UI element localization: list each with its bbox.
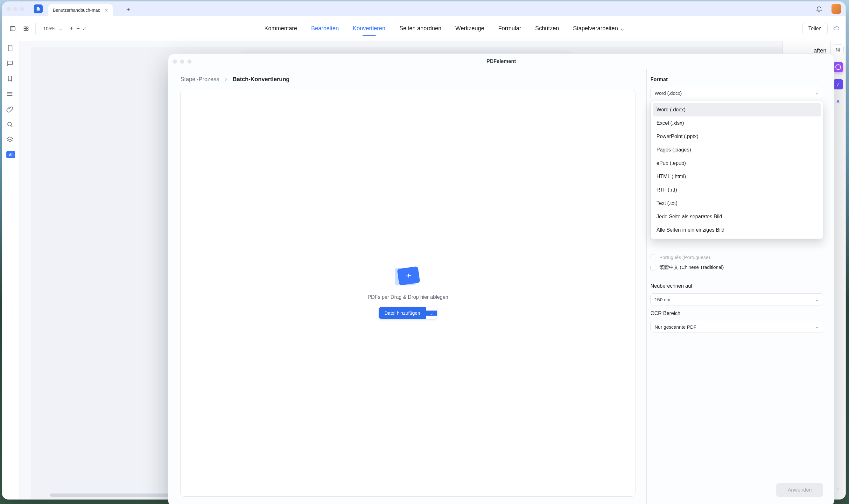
- zoom-window-dot[interactable]: [20, 7, 24, 11]
- apply-button[interactable]: Anwenden: [776, 483, 823, 497]
- menu-batch-label: Stapelverarbeiten: [573, 25, 618, 32]
- close-window-dot[interactable]: [7, 7, 11, 11]
- fit-page-icon[interactable]: ⤢: [83, 26, 87, 31]
- search-icon[interactable]: [6, 121, 16, 130]
- layers-icon[interactable]: [6, 136, 16, 145]
- chevron-down-icon: ⌄: [815, 296, 819, 302]
- list-icon[interactable]: [6, 90, 16, 100]
- minimize-window-dot[interactable]: [13, 7, 18, 11]
- svg-rect-1: [24, 27, 26, 28]
- dpi-label: Neuberechnen auf: [650, 283, 823, 289]
- breadcrumb-root[interactable]: Stapel-Prozess: [180, 76, 219, 83]
- format-dropdown-menu[interactable]: Word (.docx) Excel (.xlsx) PowerPoint (.…: [650, 101, 823, 239]
- format-option-rtf[interactable]: RTF (.rtf): [653, 183, 821, 197]
- zoom-value: 105%: [41, 26, 57, 31]
- add-file-split-button[interactable]: Datei hinzufügen ⌄: [379, 307, 437, 319]
- toolbar: 105% ⌄ + − ⤢ Kommentare Bearbeiten Konve…: [2, 16, 846, 41]
- format-option-image-per-page[interactable]: Jede Seite als separates Bild: [653, 210, 821, 223]
- add-file-button[interactable]: Datei hinzufügen: [379, 307, 426, 319]
- chevron-down-icon: ⌄: [58, 26, 63, 32]
- dialog-titlebar: PDFelement: [168, 54, 834, 69]
- chevron-down-icon: ⌄: [620, 25, 625, 32]
- avatar[interactable]: [831, 4, 841, 14]
- chevron-down-icon: ⌄: [815, 90, 819, 96]
- chevron-down-icon: ⌄: [815, 324, 819, 330]
- page-icon[interactable]: [6, 44, 16, 54]
- checkbox-icon[interactable]: [650, 265, 656, 270]
- menu-protect[interactable]: Schützen: [535, 23, 560, 34]
- language-checkbox-chinese-traditional[interactable]: 繁體中文 (Chinese Traditional): [650, 265, 823, 270]
- menu-tools[interactable]: Werkzeuge: [455, 23, 485, 34]
- document-tab[interactable]: Benutzerhandbuch-mac ✕: [48, 4, 113, 16]
- new-tab-button[interactable]: ＋: [123, 3, 134, 14]
- svg-point-6: [836, 48, 837, 49]
- app-logo-icon: [34, 4, 43, 13]
- svg-point-8: [839, 48, 840, 49]
- menu-convert[interactable]: Konvertieren: [352, 23, 386, 34]
- bookmark-icon[interactable]: [6, 75, 16, 84]
- format-option-docx[interactable]: Word (.docx): [653, 103, 821, 116]
- translate-icon[interactable]: A: [833, 96, 843, 107]
- format-option-pptx[interactable]: PowerPoint (.pptx): [653, 130, 821, 143]
- svg-rect-3: [24, 29, 26, 30]
- zoom-in-button[interactable]: +: [70, 25, 73, 32]
- dpi-select[interactable]: 150 dpi ⌄: [650, 293, 823, 305]
- main-menu-bar: Kommentare Bearbeiten Konvertieren Seite…: [91, 23, 798, 34]
- thumbnail-grid-icon[interactable]: [21, 23, 32, 34]
- breadcrumb-current: Batch-Konvertierung: [233, 76, 290, 83]
- menu-organize-pages[interactable]: Seiten anordnen: [399, 23, 442, 34]
- menu-comments[interactable]: Kommentare: [264, 23, 298, 34]
- language-checkbox-portuguese[interactable]: Português (Portuguese): [650, 254, 823, 260]
- left-sidebar: AI: [2, 41, 19, 499]
- dpi-select-value: 150 dpi: [654, 297, 670, 302]
- menu-edit[interactable]: Bearbeiten: [311, 23, 340, 34]
- format-option-epub[interactable]: ePub (.epub): [653, 157, 821, 170]
- dialog-title: PDFelement: [168, 54, 834, 69]
- svg-rect-4: [26, 29, 28, 30]
- close-tab-icon[interactable]: ✕: [105, 8, 108, 13]
- comment-icon[interactable]: [6, 59, 16, 69]
- ai-assistant-icon[interactable]: [833, 62, 843, 72]
- panel-left-icon[interactable]: [7, 23, 18, 34]
- checkbox-icon[interactable]: [650, 254, 656, 260]
- menu-form[interactable]: Formular: [498, 23, 522, 34]
- format-option-image-single[interactable]: Alle Seiten in ein einziges Bild: [653, 223, 821, 237]
- titlebar: Benutzerhandbuch-mac ✕ ＋: [2, 2, 846, 16]
- chevron-right-icon: ›: [225, 76, 227, 83]
- cloud-sync-icon[interactable]: [833, 24, 841, 33]
- format-label: Format: [650, 77, 823, 83]
- zoom-out-button[interactable]: −: [76, 25, 80, 32]
- expand-panel-icon[interactable]: ›: [834, 485, 842, 493]
- folder-add-icon: +: [395, 268, 421, 287]
- notifications-icon[interactable]: [815, 5, 823, 13]
- ai-icon[interactable]: AI: [6, 151, 15, 158]
- svg-rect-0: [11, 26, 15, 31]
- svg-rect-2: [26, 27, 28, 28]
- ocr-scope-value: Nur gescannte PDF: [654, 324, 697, 330]
- batch-convert-dialog: PDFelement Stapel-Prozess › Batch-Konver…: [168, 53, 834, 504]
- attachment-icon[interactable]: [6, 105, 16, 115]
- format-option-pages[interactable]: Pages (.pages): [653, 143, 821, 157]
- svg-point-7: [837, 50, 838, 51]
- ocr-scope-select[interactable]: Nur gescannte PDF ⌄: [650, 321, 823, 333]
- file-drop-zone[interactable]: + PDFs per Drag & Drop hier ablegen Date…: [180, 90, 635, 497]
- drop-hint: PDFs per Drag & Drop hier ablegen: [367, 294, 448, 300]
- document-tab-label: Benutzerhandbuch-mac: [53, 7, 100, 13]
- format-option-xlsx[interactable]: Excel (.xlsx): [653, 116, 821, 130]
- menu-batch[interactable]: Stapelverarbeiten ⌄: [573, 23, 625, 34]
- share-button[interactable]: Teilen: [802, 23, 828, 34]
- format-select-value: Word (.docx): [654, 90, 682, 96]
- format-option-txt[interactable]: Text (.txt): [653, 197, 821, 210]
- window-traffic-lights[interactable]: [7, 7, 24, 11]
- format-option-html[interactable]: HTML (.html): [653, 170, 821, 183]
- format-select[interactable]: Word (.docx) ⌄: [650, 87, 823, 99]
- language-label: 繁體中文 (Chinese Traditional): [660, 265, 724, 270]
- breadcrumb: Stapel-Prozess › Batch-Konvertierung: [180, 76, 635, 83]
- language-label: Português (Portuguese): [660, 254, 710, 260]
- settings-icon[interactable]: [833, 44, 844, 55]
- tasks-icon[interactable]: [833, 79, 843, 89]
- properties-title-fragment: aften: [787, 48, 826, 54]
- zoom-control[interactable]: 105% ⌄: [41, 26, 63, 32]
- svg-point-5: [7, 122, 12, 126]
- add-file-menu-button[interactable]: ⌄: [426, 310, 437, 316]
